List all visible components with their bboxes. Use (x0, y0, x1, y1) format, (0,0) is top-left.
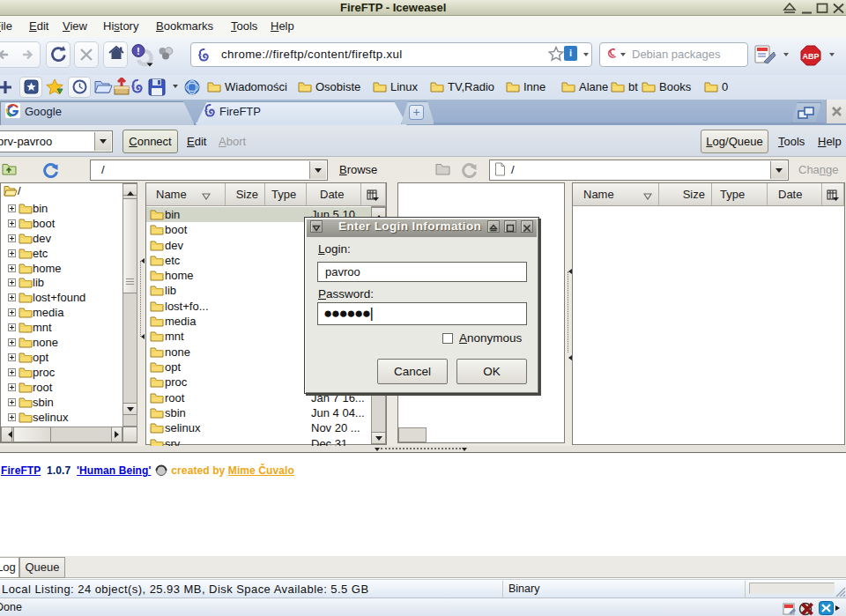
svg-text:ABP: ABP (802, 52, 819, 61)
svg-text:!: ! (137, 46, 140, 56)
